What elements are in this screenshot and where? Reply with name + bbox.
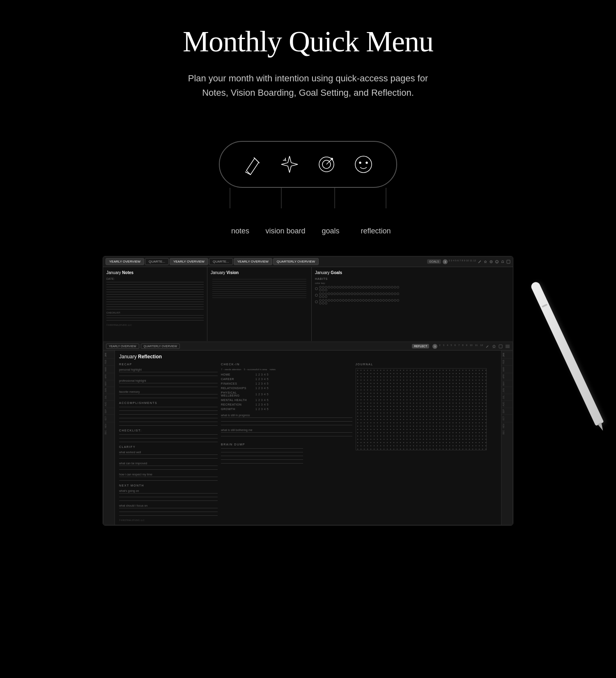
reflect-toolbar-icons <box>485 344 510 348</box>
journal-dot-grid <box>356 368 487 450</box>
journal-column: JOURNAL <box>356 363 487 521</box>
icon-goals[interactable] <box>314 152 339 177</box>
sidebar-dec-1[interactable]: DEC <box>103 429 115 436</box>
left-months-sidebar: JAN FEB MAR APR MAY JUN JUL AUG SEP OCT … <box>103 351 115 525</box>
notes-panel: January Notes DATE: CHECKLIST: © KRISTIN… <box>103 267 207 341</box>
screenshot-section: YEARLY OVERVIEW QUARTE... YEARLY OVERVIE… <box>0 248 616 550</box>
notes-panel-title: January Notes <box>106 270 204 275</box>
star-icon-reflect[interactable] <box>492 344 496 348</box>
sidebar-sep-1[interactable]: SEP <box>103 408 115 415</box>
right-sidebar-nov[interactable]: NOV <box>501 422 513 429</box>
tab-yearly-overview-3[interactable]: YEARLY OVERVIEW <box>234 258 272 265</box>
checkin-physical: PHYSICAL WELLBEING 12345 <box>221 391 352 397</box>
svg-point-21 <box>497 261 498 261</box>
svg-point-19 <box>496 260 499 263</box>
icon-notes[interactable] <box>240 152 265 177</box>
in-progress-section: what is still in progress <box>221 414 352 425</box>
checkin-hint: 7 - needs attention 5 - successful in ar… <box>221 368 352 371</box>
sidebar-jul-1[interactable]: JUL <box>103 394 115 400</box>
habit-rows <box>315 286 510 304</box>
icon-vision-board[interactable] <box>277 152 302 177</box>
icon-labels-row: notes vision board goals reflection <box>214 227 402 235</box>
checkin-recreation: RECREATION 12345 <box>221 403 352 406</box>
right-sidebar-jun[interactable]: JUN <box>501 387 513 394</box>
bell-icon-top[interactable] <box>501 260 505 264</box>
svg-line-7 <box>326 159 332 164</box>
icon-reflection[interactable] <box>351 152 376 177</box>
notes-date-label: DATE: <box>106 277 204 280</box>
in-progress-label: what is still in progress <box>221 414 352 417</box>
checkin-mental: MENTAL HEALTH 12345 <box>221 399 352 401</box>
sidebar-may-1[interactable]: MAY <box>103 380 115 387</box>
right-sidebar-dec[interactable]: DEC <box>501 429 513 436</box>
target-icon-top[interactable] <box>489 260 493 264</box>
sidebar-feb-1[interactable]: FEB <box>103 358 115 365</box>
sidebar-aug-1[interactable]: AUG <box>103 400 115 408</box>
reflect-tab-yearly[interactable]: YEARLY OVERVIEW <box>106 344 139 349</box>
right-sidebar-may[interactable]: MAY <box>501 380 513 387</box>
color-key: color key: <box>315 282 510 284</box>
professional-highlight-label: professional highlight <box>119 379 218 382</box>
right-sidebar-jan[interactable]: JAN <box>501 351 513 358</box>
next-month-heading: NEXT MONTH <box>119 484 218 487</box>
what-should-focus-label: what should i focus on <box>119 504 218 507</box>
layout-icon-top[interactable] <box>506 260 510 264</box>
menu-icon-reflect[interactable] <box>505 344 510 348</box>
sidebar-mar-1[interactable]: MAR <box>103 365 115 373</box>
sparkle-icon <box>277 152 302 177</box>
right-sidebar-jul[interactable]: JUL <box>501 394 513 400</box>
habit-row-2 <box>315 293 510 298</box>
right-sidebar-oct[interactable]: OCT <box>501 415 513 422</box>
top-panels: January Notes DATE: CHECKLIST: © KRISTIN… <box>103 267 513 341</box>
svg-point-18 <box>491 261 492 262</box>
mockup-wrapper: YEARLY OVERVIEW QUARTE... YEARLY OVERVIE… <box>103 256 513 526</box>
svg-rect-22 <box>507 260 510 263</box>
hint-needs-attention: 7 - needs attention <box>221 368 241 371</box>
label-vision-board: vision board <box>263 227 308 235</box>
goals-label: GOALS <box>427 259 441 264</box>
checkin-finances: FINANCES 12345 <box>221 382 352 385</box>
edit-icon-reflect[interactable] <box>485 344 490 348</box>
reflect-active-label: REFLECT <box>412 344 429 348</box>
right-sidebar-feb[interactable]: FEB <box>501 358 513 365</box>
subtitle: Plan your month with intention using qui… <box>164 71 452 100</box>
tab-quarterly-overview[interactable]: QUARTERLY OVERVIEW <box>273 258 319 265</box>
svg-marker-16 <box>484 261 487 263</box>
reflect-page-nums: 1 2 3 4 5 6 7 8 9 10 11 12 <box>432 344 484 349</box>
sidebar-jan-1[interactable]: JAN <box>103 351 115 358</box>
label-notes: notes <box>218 227 263 235</box>
goals-panel-title: January Goals <box>315 270 510 275</box>
habits-title: HABITS <box>315 277 510 280</box>
layout-icon-reflect[interactable] <box>499 344 503 348</box>
notes-lines <box>106 282 204 309</box>
reflect-page-title: January Reflection <box>119 354 487 360</box>
brain-dump-section: BRAIN DUMP <box>221 443 352 464</box>
stylus-button <box>542 304 547 308</box>
what-can-be-improved-label: what can be improved <box>119 462 218 465</box>
reflect-columns: RECAP personal highlight professional hi… <box>119 363 487 521</box>
smiley-icon-top[interactable] <box>495 260 499 264</box>
right-sidebar-aug[interactable]: AUG <box>501 400 513 408</box>
reflect-tab-quarterly[interactable]: QUARTERLY OVERVIEW <box>141 344 180 349</box>
sidebar-oct-1[interactable]: OCT <box>103 415 115 422</box>
sidebar-jun-1[interactable]: JUN <box>103 387 115 394</box>
svg-point-10 <box>366 162 368 164</box>
tab-yearly-overview-1[interactable]: YEARLY OVERVIEW <box>106 258 144 265</box>
right-sidebar-sep[interactable]: SEP <box>501 408 513 415</box>
star-icon-top[interactable] <box>483 260 487 264</box>
journal-heading: JOURNAL <box>356 363 487 366</box>
tab-quarterly-2[interactable]: QUARTE... <box>209 258 233 265</box>
vision-panel-title: January Vision <box>211 270 308 275</box>
sidebar-apr-1[interactable]: APR <box>103 373 115 380</box>
right-sidebar-apr[interactable]: APR <box>501 373 513 380</box>
svg-point-20 <box>496 261 496 261</box>
what-worked-well-label: what worked well <box>119 451 218 454</box>
tab-quarterly-1[interactable]: QUARTE... <box>145 258 169 265</box>
sidebar-nov-1[interactable]: NOV <box>103 422 115 429</box>
svg-point-8 <box>355 156 372 173</box>
edit-icon-top[interactable] <box>478 260 482 264</box>
tab-yearly-overview-2[interactable]: YEARLY OVERVIEW <box>170 258 208 265</box>
reflect-content: January Reflection RECAP personal highli… <box>115 351 501 525</box>
icon-pill-container: notes vision board goals reflection <box>205 141 411 235</box>
right-sidebar-mar[interactable]: MAR <box>501 365 513 373</box>
